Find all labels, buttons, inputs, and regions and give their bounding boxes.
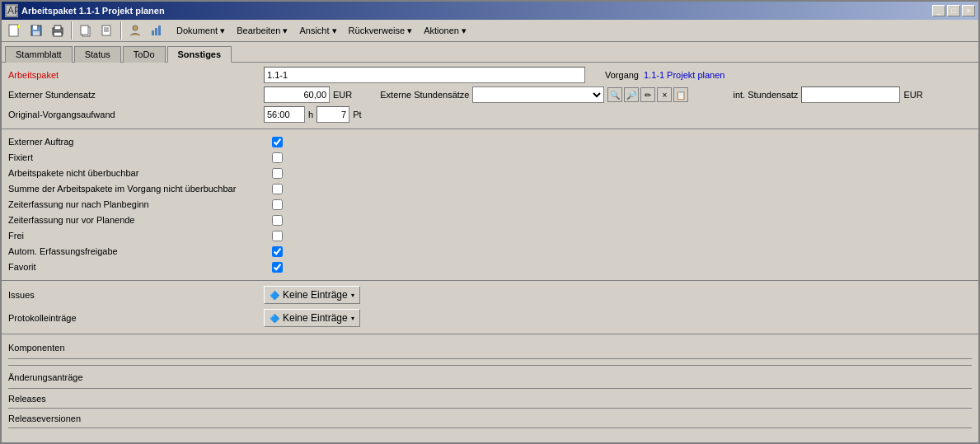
checkbox-label-3: Summe der Arbeitspakete im Vorgang nicht… [8, 184, 272, 194]
menu-bar: Dokument ▾ Bearbeiten ▾ Ansicht ▾ Rückve… [171, 24, 471, 38]
menu-rueckverweise[interactable]: Rückverweise ▾ [344, 24, 418, 38]
toolbar: Dokument ▾ Bearbeiten ▾ Ansicht ▾ Rückve… [2, 20, 978, 42]
komponenten-label: Komponenten [8, 343, 65, 353]
toolbar-user-btn[interactable] [125, 21, 145, 40]
window-icon: AP [5, 4, 18, 17]
issues-section: Issues 🔷 Keine Einträge ▾ Protokolleintr… [2, 281, 978, 334]
window-controls: _ □ × [932, 5, 975, 16]
toolbar-doc-btn[interactable] [97, 21, 117, 40]
komponenten-spacer [8, 359, 972, 366]
checkbox-label-8: Favorit [8, 262, 272, 272]
menu-aktionen[interactable]: Aktionen ▾ [419, 24, 471, 38]
checkbox-row-8: Favorit [8, 259, 972, 274]
tab-status[interactable]: Status [74, 46, 121, 63]
issues-btn-label: Keine Einträge [283, 289, 348, 301]
svg-rect-8 [54, 26, 61, 30]
ext-btn-5[interactable]: 📋 [673, 87, 688, 102]
arbeitspaket-input[interactable] [264, 67, 585, 83]
ext-btn-3[interactable]: ✏ [640, 87, 655, 102]
arbeitspaket-label: Arbeitspaket [8, 70, 264, 80]
close-button[interactable]: × [962, 5, 975, 16]
toolbar-new-btn[interactable] [5, 21, 25, 40]
tab-todo[interactable]: ToDo [123, 46, 166, 63]
toolbar-save-btn[interactable] [26, 21, 46, 40]
svg-rect-2 [9, 25, 18, 36]
checkbox-row-0: Externer Auftrag [8, 134, 972, 149]
ext-stundensatz-label: Externer Stundensatz [8, 90, 264, 100]
toolbar-print-btn[interactable] [48, 21, 68, 40]
aenderungsantraege-label: Änderungsanträge [8, 372, 83, 382]
issues-arrow-icon: ▾ [351, 292, 354, 299]
menu-ansicht[interactable]: Ansicht ▾ [294, 24, 341, 38]
checkbox-row-1: Fixiert [8, 150, 972, 165]
menu-bearbeiten[interactable]: Bearbeiten ▾ [232, 24, 293, 38]
ext-stundensatz-input[interactable] [264, 86, 330, 103]
checkbox-0[interactable] [272, 137, 283, 147]
vorgang-label: Vorgang [605, 70, 639, 80]
protokoll-label: Protokolleinträge [8, 313, 264, 323]
svg-rect-18 [155, 28, 157, 35]
issues-dropdown-btn[interactable]: 🔷 Keine Einträge ▾ [264, 286, 360, 304]
vorgang-link[interactable]: 1.1-1 Projekt planen [644, 70, 724, 80]
checkbox-label-1: Fixiert [8, 152, 272, 162]
protokoll-arrow-icon: ▾ [351, 315, 354, 322]
protokoll-dropdown-btn[interactable]: 🔷 Keine Einträge ▾ [264, 309, 360, 327]
original-aufwand-col: h Pt [264, 106, 972, 123]
checkbox-5[interactable] [272, 215, 283, 226]
checkbox-1[interactable] [272, 152, 283, 163]
checkboxes-section: Externer Auftrag Fixiert Arbeitspakete n… [2, 129, 978, 281]
svg-rect-6 [33, 31, 40, 35]
svg-rect-11 [81, 26, 88, 35]
content-area: Arbeitspaket Vorgang 1.1-1 Projekt plane… [2, 62, 978, 442]
checkbox-7[interactable] [272, 246, 283, 257]
int-stundensatz-unit: EUR [903, 90, 922, 100]
checkbox-label-4: Zeiterfassung nur nach Planbeginn [8, 199, 272, 209]
ext-btn-2[interactable]: 🔎 [624, 87, 639, 102]
ext-btn-1[interactable]: 🔍 [607, 87, 622, 102]
ext-stundensatz-unit: EUR [333, 90, 352, 100]
toolbar-copy-btn[interactable] [76, 21, 96, 40]
aenderungsantraege-row: Änderungsanträge [8, 366, 972, 389]
aufwand-pt-unit: Pt [353, 110, 361, 119]
arbeitspaket-input-col: Vorgang 1.1-1 Projekt planen [264, 67, 972, 83]
checkbox-6[interactable] [272, 231, 283, 241]
title-bar: AP Arbeitspaket 1.1-1 Projekt planen _ □… [2, 2, 978, 20]
externe-stundensaetze-select[interactable] [472, 86, 604, 103]
checkbox-row-4: Zeiterfassung nur nach Planbeginn [8, 197, 972, 212]
bottom-section: Komponenten Änderungsanträge Releases Re… [2, 334, 978, 430]
original-aufwand-pt-input[interactable] [317, 106, 349, 123]
externe-icon-buttons: 🔍 🔎 ✏ × 📋 [607, 87, 688, 102]
checkbox-8[interactable] [272, 262, 283, 273]
ext-stundensatz-col: EUR Externe Stundensätze 🔍 🔎 ✏ × 📋 int. … [264, 86, 972, 103]
checkbox-row-5: Zeiterfassung nur vor Planende [8, 213, 972, 227]
checkbox-row-2: Arbeitspakete nicht überbuchbar [8, 166, 972, 180]
int-stundensatz-label: int. Stundensatz [733, 90, 798, 100]
tab-bar: Stammblatt Status ToDo Sonstiges [2, 42, 978, 62]
releaseversionen-row: Releaseversionen [8, 409, 972, 428]
form-top-section: Arbeitspaket Vorgang 1.1-1 Projekt plane… [2, 63, 978, 129]
ext-btn-4[interactable]: × [657, 87, 672, 102]
menu-dokument[interactable]: Dokument ▾ [171, 24, 230, 38]
tab-sonstiges[interactable]: Sonstiges [167, 46, 232, 63]
checkbox-label-7: Autom. Erfassungsfreigabe [8, 246, 272, 256]
checkbox-2[interactable] [272, 168, 283, 179]
maximize-button[interactable]: □ [947, 5, 960, 16]
toolbar-sep-1 [71, 21, 73, 40]
original-aufwand-label: Original-Vorgangsaufwand [8, 110, 264, 119]
toolbar-sep-2 [120, 21, 122, 40]
releases-row: Releases [8, 389, 972, 409]
svg-rect-5 [33, 26, 37, 30]
checkbox-label-5: Zeiterfassung nur vor Planende [8, 215, 272, 225]
checkbox-row-7: Autom. Erfassungsfreigabe [8, 244, 972, 259]
minimize-button[interactable]: _ [932, 5, 945, 16]
checkbox-4[interactable] [272, 199, 283, 210]
checkbox-label-0: Externer Auftrag [8, 137, 272, 147]
tab-stammblatt[interactable]: Stammblatt [5, 46, 73, 63]
original-aufwand-h-input[interactable] [264, 106, 305, 123]
svg-rect-19 [158, 26, 161, 35]
checkbox-3[interactable] [272, 184, 283, 194]
releaseversionen-label: Releaseversionen [8, 414, 81, 423]
int-stundensatz-input[interactable] [801, 86, 900, 103]
checkbox-label-6: Frei [8, 231, 272, 241]
toolbar-chart-btn[interactable] [147, 21, 166, 40]
